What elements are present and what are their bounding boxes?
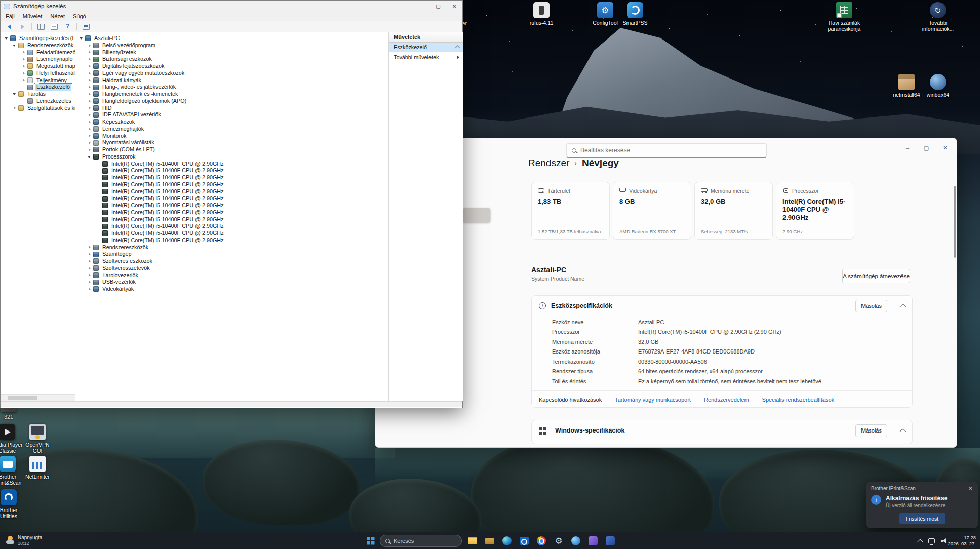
- desktop-icon[interactable]: ConfigTool: [589, 2, 622, 26]
- device-tree-row[interactable]: Portok (COM és LPT): [76, 146, 388, 153]
- start-button[interactable]: [367, 537, 370, 540]
- tree-chevron-icon[interactable]: [21, 64, 26, 69]
- tree-chevron-icon[interactable]: [87, 266, 92, 271]
- help-icon[interactable]: [62, 22, 73, 31]
- console-tree-icon[interactable]: [35, 22, 47, 31]
- device-tree-row[interactable]: Hálózati kártyák: [76, 77, 388, 84]
- tree-chevron-icon[interactable]: [96, 189, 101, 194]
- device-tree-row[interactable]: Hangbemenetek és -kimenetek: [76, 91, 388, 98]
- rename-pc-button[interactable]: A számítógép átnevezése: [842, 269, 910, 283]
- tree-chevron-icon[interactable]: [21, 71, 26, 76]
- chevron-up-icon[interactable]: [455, 46, 460, 51]
- device-tree-row[interactable]: HID: [76, 105, 388, 112]
- device-tree-row[interactable]: Intel(R) Core(TM) i5-10400F CPU @ 2.90GH…: [76, 195, 388, 202]
- tree-chevron-icon[interactable]: [87, 105, 92, 110]
- tree-chevron-icon[interactable]: [87, 133, 92, 138]
- device-tree-row[interactable]: IDE ATA/ATAPI vezérlők: [76, 111, 388, 119]
- device-tree-row[interactable]: Tárolóvezérlők: [76, 272, 388, 279]
- tree-chevron-icon[interactable]: [87, 99, 92, 104]
- device-tree-row[interactable]: Intel(R) Core(TM) i5-10400F CPU @ 2.90GH…: [76, 202, 388, 209]
- desktop-icon[interactable]: winbox64: [921, 74, 955, 98]
- tree-row[interactable]: Szolgáltatások és kiszolgáló: [1, 105, 75, 112]
- desktop-icon[interactable]: netinstall64: [890, 74, 923, 98]
- device-tree-row[interactable]: Intel(R) Core(TM) i5-10400F CPU @ 2.90GH…: [76, 174, 388, 181]
- network-icon[interactable]: [928, 538, 935, 543]
- tree-chevron-icon[interactable]: [96, 231, 101, 236]
- tree-chevron-icon[interactable]: [96, 224, 101, 229]
- tree-chevron-icon[interactable]: [87, 272, 92, 278]
- desktop-icon[interactable]: Brother Utilities: [0, 489, 25, 519]
- tree-row[interactable]: Eszközkezelő: [1, 84, 75, 91]
- tree-row[interactable]: Teljesítmény: [1, 77, 75, 84]
- device-tree-row[interactable]: Számítógép: [76, 251, 388, 258]
- menu-item[interactable]: Nézet: [46, 12, 69, 20]
- close-icon[interactable]: ✕: [446, 1, 462, 12]
- close-icon[interactable]: ✕: [967, 485, 974, 492]
- properties-icon[interactable]: [49, 22, 60, 31]
- taskbar-app-icon[interactable]: [552, 534, 565, 547]
- tree-chevron-icon[interactable]: [87, 280, 92, 285]
- taskbar-app-icon[interactable]: [604, 534, 617, 547]
- taskbar-app-icon[interactable]: [483, 534, 496, 547]
- tree-chevron-icon[interactable]: [12, 43, 17, 48]
- menu-item[interactable]: Súgó: [69, 12, 90, 20]
- device-tree-row[interactable]: Biztonsági eszközök: [76, 56, 388, 63]
- tree-chevron-icon[interactable]: [87, 92, 92, 97]
- tree-row[interactable]: Számítógép-kezelés (Helyi): [1, 35, 75, 42]
- desktop-icon[interactable]: OpenVPN GUI: [21, 424, 54, 454]
- tree-chevron-icon[interactable]: [96, 203, 101, 208]
- tree-chevron-icon[interactable]: [87, 120, 92, 125]
- tree-chevron-icon[interactable]: [96, 196, 101, 201]
- device-tree-row[interactable]: Képeszközök: [76, 119, 388, 126]
- chevron-up-icon[interactable]: [899, 428, 906, 435]
- tree-row[interactable]: Eseménynapló: [1, 56, 75, 63]
- horizontal-scrollbar[interactable]: [1, 394, 75, 401]
- tree-chevron-icon[interactable]: [96, 175, 101, 180]
- device-tree-row[interactable]: Processzorok: [76, 153, 388, 161]
- settings-search-input[interactable]: Beállítás keresése: [566, 143, 767, 158]
- menu-item[interactable]: Fájl: [2, 12, 19, 20]
- weather-widget[interactable]: Napnyugta 18:12: [3, 534, 45, 547]
- taskbar-app-icon[interactable]: [569, 534, 582, 547]
- tree-chevron-icon[interactable]: [21, 77, 26, 83]
- tree-chevron-icon[interactable]: [96, 238, 101, 243]
- hidden-icons-chevron-icon[interactable]: [917, 539, 923, 544]
- tree-chevron-icon[interactable]: [4, 36, 9, 41]
- taskbar-app-icon[interactable]: [535, 534, 548, 547]
- device-tree-row[interactable]: Lemezmeghajtók: [76, 126, 388, 133]
- taskbar-app-icon[interactable]: [586, 534, 600, 547]
- minimize-icon[interactable]: —: [414, 1, 430, 12]
- tree-chevron-icon[interactable]: [87, 127, 92, 132]
- tree-row[interactable]: Rendszereszközök: [1, 42, 75, 49]
- device-tree-row[interactable]: Belső vezérlőprogram: [76, 42, 388, 49]
- tree-chevron-icon[interactable]: [12, 92, 17, 97]
- tree-row[interactable]: Lemezkezelés: [1, 98, 75, 105]
- device-tree-row[interactable]: Intel(R) Core(TM) i5-10400F CPU @ 2.90GH…: [76, 237, 388, 244]
- actions-item-device-manager[interactable]: Eszközkezelő: [389, 43, 463, 52]
- close-icon[interactable]: [942, 144, 949, 151]
- desktop-icon[interactable]: Havi számlák parancsikonja: [824, 2, 865, 32]
- taskbar-search[interactable]: Keresés: [380, 535, 462, 547]
- taskbar-app-icon[interactable]: [500, 534, 514, 547]
- mmc-titlebar[interactable]: Számítógép-kezelés — ▢ ✕: [1, 1, 462, 12]
- tree-chevron-icon[interactable]: [21, 85, 26, 90]
- tree-chevron-icon[interactable]: [87, 64, 92, 69]
- menu-item[interactable]: Művelet: [19, 12, 47, 20]
- chevron-up-icon[interactable]: [899, 304, 906, 310]
- tree-chevron-icon[interactable]: [87, 43, 92, 48]
- tree-chevron-icon[interactable]: [79, 36, 84, 41]
- taskbar-clock[interactable]: 17:28 2026. 03. 27.: [948, 535, 976, 547]
- breadcrumb-system[interactable]: Rendszer: [528, 158, 569, 169]
- desktop-icon[interactable]: NetLimiter: [21, 456, 54, 480]
- desktop-icon[interactable]: Media Player Classic: [0, 424, 24, 454]
- tree-chevron-icon[interactable]: [87, 71, 92, 76]
- device-tree-row[interactable]: Digitális lejátszóeszközök: [76, 63, 388, 70]
- tree-chevron-icon[interactable]: [12, 105, 17, 110]
- device-tree-row[interactable]: Intel(R) Core(TM) i5-10400F CPU @ 2.90GH…: [76, 181, 388, 188]
- tree-chevron-icon[interactable]: [87, 57, 92, 62]
- tree-chevron-icon[interactable]: [87, 50, 92, 55]
- tree-row[interactable]: Feladatütemező: [1, 49, 75, 56]
- forward-icon[interactable]: [17, 22, 28, 31]
- update-now-button[interactable]: Frissítés most: [899, 513, 945, 524]
- tree-chevron-icon[interactable]: [96, 182, 101, 187]
